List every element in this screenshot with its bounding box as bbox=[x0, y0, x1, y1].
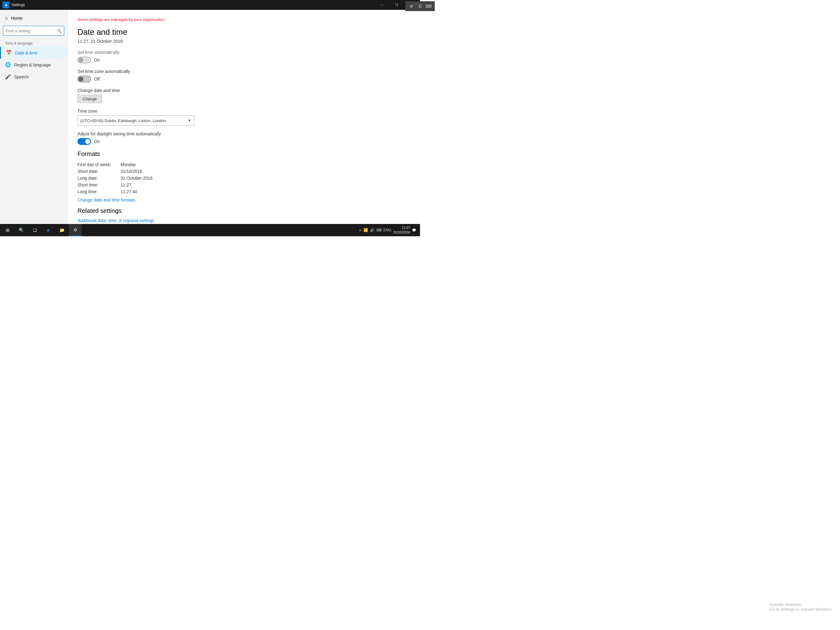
format-val-short-time: 11:27 bbox=[120, 182, 131, 187]
sidebar-item-speech[interactable]: 🎤 Speech bbox=[0, 71, 67, 83]
taskbar-settings[interactable]: ⚙ bbox=[69, 224, 82, 236]
sidebar-item-region[interactable]: 🌐 Region & language bbox=[0, 59, 67, 71]
set-timezone-auto-label: Set time zone automatically bbox=[77, 69, 410, 74]
format-val-long-time: 11:27:40 bbox=[120, 189, 137, 194]
sidebar-item-region-label: Region & language bbox=[14, 62, 51, 67]
sidebar-item-date-time[interactable]: 📅 Date & time bbox=[0, 47, 67, 59]
daylight-saving-label: Adjust for daylight saving time automati… bbox=[77, 131, 410, 136]
toolbar-menu-icon[interactable]: ☰ bbox=[416, 2, 420, 10]
main-panel: Some settings are managed by your organi… bbox=[68, 10, 420, 224]
speech-icon: 🎤 bbox=[5, 74, 11, 80]
taskbar-right: ∧ 📶 🔊 ⌨ ENG 11:27 31/10/2016 💬 bbox=[359, 225, 419, 235]
back-button[interactable]: ◀ bbox=[2, 2, 9, 8]
taskbar-ie[interactable]: e bbox=[42, 224, 55, 236]
formats-header: Formats bbox=[77, 150, 410, 157]
set-timezone-auto-toggle[interactable] bbox=[77, 76, 91, 82]
tray-notification-icon[interactable]: 💬 bbox=[412, 228, 416, 232]
format-val-long-date: 31 October 2016 bbox=[120, 176, 153, 180]
sidebar-search: 🔍 bbox=[3, 26, 64, 36]
sidebar: ⌂ Home 🔍 Time & language 📅 Date & time 🌐… bbox=[0, 10, 68, 224]
start-button[interactable]: ⊞ bbox=[1, 224, 14, 236]
sidebar-item-date-time-label: Date & time bbox=[15, 51, 38, 55]
taskbar-left: ⊞ 🔍 ❑ e 📁 ⚙ bbox=[1, 224, 82, 236]
set-timezone-auto-row: Set time zone automatically Off bbox=[77, 69, 410, 82]
sidebar-item-home[interactable]: ⌂ Home bbox=[0, 12, 67, 24]
format-key-weekday: First day of week: bbox=[77, 162, 120, 167]
sidebar-home-label: Home bbox=[11, 16, 22, 21]
taskbar-explorer[interactable]: 📁 bbox=[55, 224, 68, 236]
change-button[interactable]: Change bbox=[77, 95, 102, 103]
change-date-time-row: Change date and time Change bbox=[77, 88, 410, 103]
date-time-icon: 📅 bbox=[6, 50, 12, 56]
timezone-select[interactable]: (UTC+00:00) Dublin, Edinburgh, Lisbon, L… bbox=[77, 116, 194, 126]
taskbar-taskview[interactable]: ❑ bbox=[28, 224, 41, 236]
taskbar-search[interactable]: 🔍 bbox=[15, 224, 28, 236]
current-time: 11:27, 31 October 2016 bbox=[77, 39, 410, 44]
daylight-saving-state: On bbox=[94, 139, 100, 144]
title-bar: ◀ Settings ⊕ ☰ ⌨ ─ ❐ ✕ bbox=[0, 0, 420, 10]
change-formats-link[interactable]: Change date and time formats bbox=[77, 198, 410, 203]
sidebar-item-speech-label: Speech bbox=[14, 74, 28, 79]
related-settings-header: Related settings bbox=[77, 207, 410, 214]
set-time-auto-state: On bbox=[94, 57, 100, 62]
toolbar-search-icon[interactable]: ⊕ bbox=[408, 2, 415, 10]
set-time-auto-row: Set time automatically On bbox=[77, 50, 410, 63]
format-val-short-date: 31/10/2016 bbox=[120, 169, 142, 174]
format-row-weekday: First day of week: Monday bbox=[77, 161, 410, 168]
minimize-button[interactable]: ─ bbox=[375, 0, 389, 10]
app-body: ⌂ Home 🔍 Time & language 📅 Date & time 🌐… bbox=[0, 10, 420, 224]
format-row-long-date: Long date: 31 October 2016 bbox=[77, 175, 410, 182]
window-title: Settings bbox=[12, 3, 25, 7]
search-icon: 🔍 bbox=[57, 28, 62, 33]
back-icon: ◀ bbox=[5, 3, 7, 7]
tray-up-arrow[interactable]: ∧ bbox=[359, 228, 362, 232]
maximize-button[interactable]: ❐ bbox=[389, 0, 403, 10]
format-row-short-time: Short time: 11:27 bbox=[77, 182, 410, 188]
format-key-short-time: Short time: bbox=[77, 182, 120, 187]
format-row-short-date: Short date: 31/10/2016 bbox=[77, 168, 410, 175]
taskbar-time: 11:27 bbox=[393, 225, 410, 230]
daylight-saving-toggle[interactable] bbox=[77, 138, 91, 145]
format-key-short-date: Short date: bbox=[77, 169, 120, 174]
page-title: Date and time bbox=[77, 27, 410, 37]
format-val-weekday: Monday bbox=[120, 162, 136, 167]
formats-table: First day of week: Monday Short date: 31… bbox=[77, 161, 410, 195]
tray-keyboard-icon[interactable]: ⌨ bbox=[376, 228, 382, 232]
timezone-row: Time zone (UTC+00:00) Dublin, Edinburgh,… bbox=[77, 109, 410, 126]
sidebar-section-label: Time & language bbox=[0, 38, 67, 47]
region-icon: 🌐 bbox=[5, 62, 11, 68]
taskbar: ⊞ 🔍 ❑ e 📁 ⚙ ∧ 📶 🔊 ⌨ ENG 11:27 31/10/2016… bbox=[0, 224, 420, 236]
taskbar-date: 31/10/2016 bbox=[393, 230, 410, 235]
set-time-auto-label: Set time automatically bbox=[77, 50, 410, 55]
toolbar: ⊕ ☰ ⌨ bbox=[405, 1, 420, 11]
org-notice: Some settings are managed by your organi… bbox=[77, 17, 410, 22]
home-icon: ⌂ bbox=[5, 15, 8, 21]
related-link-additional[interactable]: Additional date, time, & regional settin… bbox=[77, 218, 410, 223]
tray-lang-label[interactable]: ENG bbox=[384, 228, 392, 232]
tray-network-icon[interactable]: 📶 bbox=[363, 228, 368, 232]
format-row-long-time: Long time: 11:27:40 bbox=[77, 188, 410, 195]
taskbar-clock[interactable]: 11:27 31/10/2016 bbox=[393, 225, 410, 235]
timezone-label: Time zone bbox=[77, 109, 410, 114]
format-key-long-date: Long date: bbox=[77, 176, 120, 180]
format-key-long-time: Long time: bbox=[77, 189, 120, 194]
search-input[interactable] bbox=[3, 26, 64, 36]
set-timezone-auto-state: Off bbox=[94, 77, 99, 82]
tray-volume-icon[interactable]: 🔊 bbox=[370, 228, 374, 232]
set-time-auto-toggle[interactable] bbox=[77, 57, 91, 63]
system-tray: ∧ 📶 🔊 ⌨ ENG bbox=[359, 228, 392, 232]
change-date-time-label: Change date and time bbox=[77, 88, 410, 93]
daylight-saving-row: Adjust for daylight saving time automati… bbox=[77, 131, 410, 145]
